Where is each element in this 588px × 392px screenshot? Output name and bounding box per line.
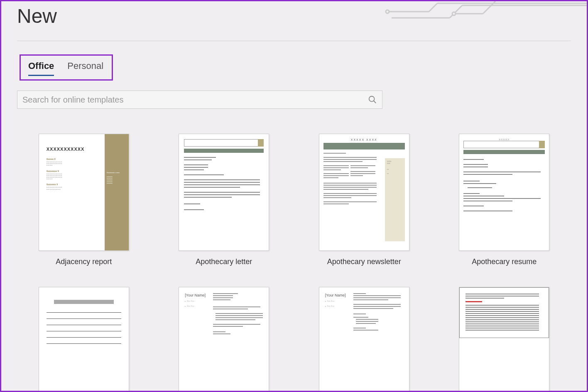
template-label: Apothecary resume [472, 257, 537, 266]
template-yourname-letter[interactable]: [Your Name] ▸ Xxx Xxx ▸ Xxx Xxx [175, 287, 274, 392]
template-thumbnail [459, 287, 549, 392]
svg-point-10 [369, 96, 375, 102]
template-label: Apothecary letter [196, 257, 252, 266]
template-apothecary-newsletter[interactable]: XXXXX XXXX XXXXXXX xxx xxx [315, 134, 414, 266]
tab-personal[interactable]: Personal [67, 61, 103, 76]
template-thumbnail: XXXXX XXXX XXXXXXX xxx xxx [319, 134, 409, 251]
template-label: Adjacency report [56, 257, 112, 266]
search-container [17, 91, 382, 109]
templates-grid: Xxxxxxxxx x xxxxxxxxxxxxxxxxxxxxxxxxxxxx… [1, 109, 587, 392]
template-thumbnail: [Your Name] ▸ Xxx Xxx ▸ Xxx Xxx [179, 287, 269, 392]
template-thumbnail [39, 287, 129, 392]
template-thumbnail: [Your Name] ▸ Xxx Xxx ▸ Xxx Xxx [319, 287, 409, 392]
tabs-highlight-box: Office Personal [20, 54, 113, 81]
template-thumbnail: XXXXXX [459, 134, 549, 251]
template-lines[interactable] [34, 287, 133, 392]
template-apothecary-resume[interactable]: XXXXXX [455, 134, 554, 266]
search-icon[interactable] [368, 95, 377, 104]
template-document[interactable] [455, 287, 554, 392]
template-adjacency-report[interactable]: Xxxxxxxxx x xxxxxxxxxxxxxxxxxxxxxxxxxxxx… [34, 134, 133, 266]
svg-line-11 [374, 101, 376, 103]
template-thumbnail [179, 134, 269, 251]
page-title: New [1, 1, 587, 27]
template-thumbnail: Xxxxxxxxx x xxxxxxxxxxxxxxxxxxxxxxxxxxxx… [39, 134, 129, 251]
template-label: Apothecary newsletter [327, 257, 401, 266]
template-apothecary-letter[interactable]: Apothecary letter [175, 134, 274, 266]
divider [17, 41, 571, 41]
search-input[interactable] [22, 95, 368, 105]
template-yourname-resume[interactable]: [Your Name] ▸ Xxx Xxx ▸ Xxx Xxx [315, 287, 414, 392]
tab-office[interactable]: Office [28, 61, 54, 76]
